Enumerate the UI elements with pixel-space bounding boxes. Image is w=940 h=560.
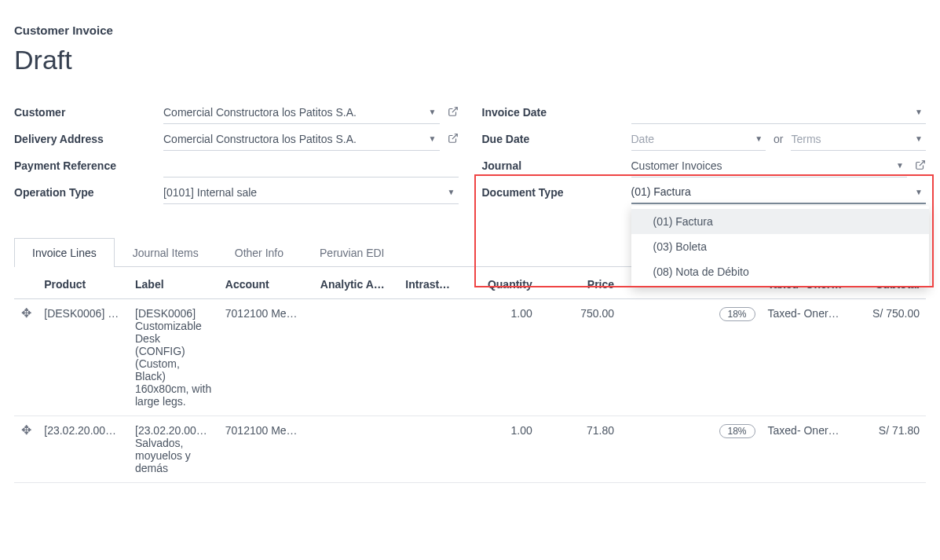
dropdown-option-factura[interactable]: (01) Factura [631, 209, 930, 234]
cell-tax[interactable]: 18% [711, 299, 762, 416]
due-date-field[interactable]: Date ▼ [631, 127, 766, 151]
cell-subtotal[interactable]: S/ 750.00 [852, 299, 926, 416]
form-grid: Customer Comercial Constructora los Pati… [14, 99, 926, 206]
external-link-icon[interactable] [448, 133, 459, 146]
due-date-placeholder: Date [631, 130, 752, 148]
tab-peruvian-edi[interactable]: Peruvian EDI [302, 238, 402, 267]
chevron-down-icon[interactable]: ▼ [426, 108, 440, 116]
chevron-down-icon[interactable]: ▼ [912, 188, 926, 196]
cell-price[interactable]: 750.00 [539, 299, 620, 416]
cell-product[interactable]: [23.02.20.00… [38, 416, 129, 483]
customer-field[interactable]: Comercial Constructora los Patitos S.A. … [163, 101, 440, 124]
document-type-label: Document Type [482, 186, 631, 199]
cell-account[interactable]: 7012100 Me… [219, 416, 314, 483]
external-link-icon[interactable] [448, 106, 459, 119]
journal-value: Customer Invoices [631, 156, 894, 175]
dropdown-option-boleta[interactable]: (03) Boleta [631, 234, 930, 259]
tab-other-info[interactable]: Other Info [217, 238, 302, 267]
cell-subtotal[interactable]: S/ 71.80 [852, 416, 926, 483]
chevron-down-icon[interactable]: ▼ [752, 134, 766, 143]
chevron-down-icon[interactable]: ▼ [426, 134, 440, 143]
col-header-quantity[interactable]: Quantity [465, 270, 539, 299]
cell-price[interactable]: 71.80 [539, 416, 620, 483]
breadcrumb: Customer Invoice [14, 24, 926, 37]
drag-handle-icon[interactable]: ✥ [14, 299, 38, 416]
journal-field[interactable]: Customer Invoices ▼ [631, 154, 908, 178]
col-header-label[interactable]: Label [129, 270, 219, 299]
payment-reference-field[interactable] [163, 154, 459, 178]
delivery-address-value: Comercial Constructora los Patitos S.A. [163, 130, 426, 148]
chevron-down-icon[interactable]: ▼ [893, 161, 907, 170]
drag-handle-icon[interactable]: ✥ [14, 416, 38, 483]
table-row[interactable]: ✥ [DESK0006] … [DESK0006] Customizable D… [14, 299, 926, 416]
due-terms-field[interactable]: Terms ▼ [791, 127, 926, 151]
cell-account[interactable]: 7012100 Me… [219, 299, 314, 416]
table-row[interactable]: ✥ [23.02.20.00… [23.02.20.00… Salvados, … [14, 416, 926, 483]
tax-badge: 18% [719, 307, 755, 321]
operation-type-value: [0101] Internal sale [163, 183, 444, 202]
tab-journal-items[interactable]: Journal Items [115, 238, 217, 267]
due-terms-placeholder: Terms [791, 130, 912, 148]
col-header-analytic[interactable]: Analytic A… [314, 270, 400, 299]
cell-amount[interactable]: Taxed- Oner… [762, 299, 852, 416]
customer-value: Comercial Constructora los Patitos S.A. [163, 103, 426, 122]
journal-label: Journal [482, 159, 631, 172]
delivery-address-label: Delivery Address [14, 133, 163, 145]
cell-label[interactable]: [DESK0006] Customizable Desk (CONFIG) (C… [129, 299, 219, 416]
cell-label[interactable]: [23.02.20.00… Salvados, moyuelos y demás [129, 416, 219, 483]
col-header-price[interactable]: Price [539, 270, 620, 299]
delivery-address-field[interactable]: Comercial Constructora los Patitos S.A. … [163, 127, 440, 151]
due-date-label: Due Date [482, 133, 631, 145]
form-left-column: Customer Comercial Constructora los Pati… [14, 99, 459, 206]
invoice-lines-table: Product Label Account Analytic A… Intras… [14, 270, 926, 483]
document-type-dropdown: (01) Factura (03) Boleta (08) Nota de Dé… [631, 206, 930, 287]
external-link-icon[interactable] [915, 159, 926, 173]
document-type-value: (01) Factura [631, 182, 913, 201]
cell-amount[interactable]: Taxed- Oner… [762, 416, 852, 483]
customer-label: Customer [14, 106, 163, 119]
dropdown-option-nota-debito[interactable]: (08) Nota de Débito [631, 259, 930, 284]
due-date-or: or [774, 133, 783, 145]
col-header-product[interactable]: Product [38, 270, 129, 299]
cell-quantity[interactable]: 1.00 [465, 416, 539, 483]
svg-line-0 [452, 107, 456, 112]
cell-product[interactable]: [DESK0006] … [38, 299, 129, 416]
page-title: Draft [14, 45, 926, 75]
tax-badge: 18% [719, 424, 755, 438]
form-right-column: Invoice Date ▼ Due Date Date ▼ or Terms … [482, 99, 927, 206]
cell-tax[interactable]: 18% [711, 416, 762, 483]
chevron-down-icon[interactable]: ▼ [444, 188, 459, 196]
payment-reference-label: Payment Reference [14, 159, 163, 172]
payment-reference-value [163, 163, 459, 169]
invoice-date-label: Invoice Date [482, 106, 631, 119]
cell-quantity[interactable]: 1.00 [465, 299, 539, 416]
operation-type-label: Operation Type [14, 186, 163, 199]
svg-line-2 [920, 160, 924, 165]
chevron-down-icon[interactable]: ▼ [912, 108, 926, 116]
invoice-date-value [631, 109, 913, 115]
col-header-intrastat[interactable]: Intrast… [399, 270, 464, 299]
col-header-account[interactable]: Account [219, 270, 314, 299]
operation-type-field[interactable]: [0101] Internal sale ▼ [163, 181, 459, 204]
invoice-date-field[interactable]: ▼ [631, 101, 927, 124]
chevron-down-icon[interactable]: ▼ [912, 134, 926, 143]
document-type-field[interactable]: (01) Factura ▼ (01) Factura (03) Boleta … [631, 181, 927, 204]
svg-line-1 [452, 134, 456, 138]
tab-invoice-lines[interactable]: Invoice Lines [14, 238, 115, 267]
